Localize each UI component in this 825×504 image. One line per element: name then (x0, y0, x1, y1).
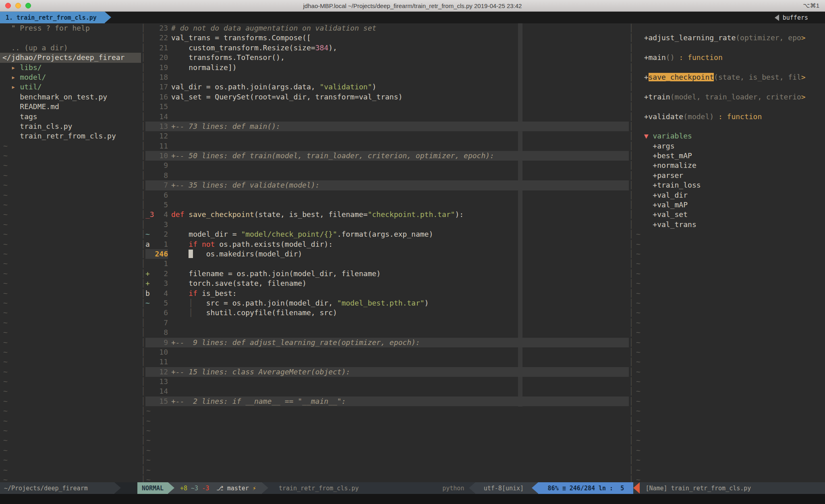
window-separator-glyph: │ (141, 112, 145, 122)
window-separator-glyph: │ (141, 249, 145, 259)
window-separator-glyph: │ (141, 43, 145, 53)
code-line[interactable]: 14 (145, 112, 629, 122)
window-separator-glyph: │ (141, 53, 145, 62)
statusline-gap (121, 482, 137, 494)
code-line[interactable]: 6 │ shutil.copyfile(filename, src) (145, 308, 629, 318)
empty-line-tilde: ~ (634, 416, 825, 426)
folded-line[interactable]: 13+-- 73 lines: def main(): (145, 122, 629, 131)
code-line[interactable]: 21 custom_transform.Resize(size=384), (145, 43, 629, 53)
window-separator-glyph: │ (629, 229, 634, 239)
tagbar-var-val-set[interactable]: +val_set (634, 210, 825, 219)
code-line[interactable]: +3 torch.save(state, filename) (145, 279, 629, 288)
code-line[interactable]: 15 (145, 102, 629, 112)
empty-line-tilde: ~ (634, 455, 825, 465)
window-separator-glyph: │ (141, 72, 145, 82)
window-separator-glyph: │ (629, 43, 634, 53)
code-line[interactable]: 16val_set = QuerySet(root=val_dir, trans… (145, 92, 629, 102)
tagbar-var-args[interactable]: +args (634, 141, 825, 151)
code-line[interactable]: 22val_trans = transforms.Compose([ (145, 33, 629, 43)
nerdtree-root[interactable]: </jdhao/Projects/deep_firear (0, 53, 141, 62)
window-separator-glyph: │ (629, 72, 634, 82)
code-line[interactable]: a1 if not os.path.exists(model_dir): (145, 240, 629, 249)
nerdtree-dir-libs[interactable]: ▸ libs/ (0, 63, 141, 72)
code-line[interactable]: 11 (145, 141, 629, 151)
tagbar-tag-train[interactable]: +train(model, train_loader, criterio> (634, 92, 825, 102)
code-line[interactable]: +2 filename = os.path.join(model_dir, fi… (145, 269, 629, 279)
window-separator-glyph: │ (629, 347, 634, 357)
code-line[interactable]: 7 (145, 318, 629, 328)
tagbar-var-val-map[interactable]: +val_mAP (634, 200, 825, 210)
tagbar-scope-variables[interactable]: ▼ variables (634, 131, 825, 141)
tagbar-tag-adjust-learning-rate[interactable]: +adjust_learning_rate(optimizer, epo> (634, 33, 825, 43)
window-separator-glyph: │ (141, 190, 145, 200)
empty-line-tilde: ~ (634, 406, 825, 416)
tagbar-tag-save-checkpoint[interactable]: +save_checkpoint(state, is_best, fil> (634, 72, 825, 82)
code-line[interactable]: 246 os.makedirs(model_dir) (145, 249, 629, 259)
empty-line-tilde: ~ (0, 475, 141, 482)
window-separator-glyph: │ (141, 318, 145, 328)
tagbar-var-val-dir[interactable]: +val_dir (634, 190, 825, 200)
code-line[interactable]: 17val_dir = os.path.join(args.data, "val… (145, 82, 629, 92)
empty-line-tilde: ~ (145, 406, 629, 416)
code-line[interactable]: 10 (145, 347, 629, 357)
nerdtree-file-train-retr[interactable]: train_retr_from_cls.py (0, 131, 141, 141)
folded-line[interactable]: 10+-- 50 lines: def train(model, train_l… (145, 151, 629, 161)
code-line[interactable]: 18 (145, 72, 629, 82)
close-button[interactable] (5, 3, 11, 8)
code-line[interactable]: 3 (145, 220, 629, 229)
menubar-shortcut: ⌥⌘1 (803, 2, 819, 9)
nerdtree-dir-model[interactable]: ▸ model/ (0, 72, 141, 82)
nerdtree-window: " Press ? for help .. (up a dir)</jdhao/… (0, 23, 141, 482)
code-line[interactable]: 11 (145, 357, 629, 367)
code-line[interactable]: 6 (145, 190, 629, 200)
window-separator-glyph: │ (141, 131, 145, 141)
code-line[interactable]: 14 (145, 386, 629, 396)
code-line[interactable]: ~2 model_dir = "model/check_point/{}".fo… (145, 229, 629, 239)
nerdtree-file-train-cls[interactable]: train_cls.py (0, 122, 141, 131)
code-line[interactable]: 9 (145, 161, 629, 170)
empty-line-tilde: ~ (0, 386, 141, 396)
nerdtree-dir-util[interactable]: ▸ util/ (0, 82, 141, 92)
code-line[interactable]: _34def save_checkpoint(state, is_best, f… (145, 210, 629, 219)
code-line[interactable]: 13 (145, 377, 629, 386)
folded-line[interactable]: 7+-- 35 lines: def validate(model): (145, 180, 629, 190)
window-separator-glyph: │ (629, 249, 634, 259)
code-line[interactable]: 8 (145, 328, 629, 337)
code-line[interactable]: 12 (145, 131, 629, 141)
position-segment: 86% ≡ 246/284 ln : 5 (538, 482, 633, 494)
empty-line-tilde: ~ (634, 279, 825, 288)
tagbar-var-normalize[interactable]: +normalize (634, 161, 825, 170)
minimize-button[interactable] (15, 3, 21, 8)
code-line[interactable]: 5 (145, 200, 629, 210)
code-line[interactable]: 23# do not do data augmentation on valid… (145, 23, 629, 33)
empty-line-tilde: ~ (145, 475, 629, 482)
powerline-separator (114, 482, 121, 494)
tagbar-tag-main[interactable]: +main() : function (634, 53, 825, 62)
code-line[interactable]: 1 (145, 259, 629, 269)
folded-line[interactable]: 15+-- 2 lines: if __name__ == "__main__"… (145, 397, 629, 406)
empty-line-tilde: ~ (0, 240, 141, 249)
code-line[interactable]: 20 transforms.ToTensor(), (145, 53, 629, 62)
empty-line-tilde: ~ (0, 426, 141, 436)
nerdtree-file-benchmark[interactable]: benchmark_on_test.py (0, 92, 141, 102)
code-line[interactable]: b4 if is_best: (145, 289, 629, 298)
empty-line-tilde: ~ (0, 161, 141, 170)
tagbar-var-train-loss[interactable]: +train_loss (634, 180, 825, 190)
tagbar-tag-validate[interactable]: +validate(model) : function (634, 112, 825, 122)
nerdtree-updir[interactable]: .. (up a dir) (0, 43, 141, 53)
code-line[interactable]: 19 normalize]) (145, 63, 629, 72)
code-line[interactable]: 8 (145, 171, 629, 180)
empty-line-tilde: ~ (634, 298, 825, 308)
folded-line[interactable]: 9+-- 9 lines: def adjust_learning_rate(o… (145, 338, 629, 347)
folded-line[interactable]: 12+-- 15 lines: class AverageMeter(objec… (145, 367, 629, 377)
nerdtree-file-readme[interactable]: README.md (0, 102, 141, 112)
tagbar-var-best-map[interactable]: +best_mAP (634, 151, 825, 161)
empty-line-tilde: ~ (0, 298, 141, 308)
tagbar-var-val-trans[interactable]: +val_trans (634, 220, 825, 229)
nerdtree-file-tags[interactable]: tags (0, 112, 141, 122)
code-line[interactable]: ~5 │ src = os.path.join(model_dir, "mode… (145, 298, 629, 308)
zoom-button[interactable] (25, 3, 31, 8)
tagbar-var-parser[interactable]: +parser (634, 171, 825, 180)
nerdtree-help-text: " Press ? for help (0, 23, 141, 33)
tab-active[interactable]: 1. train_retr_from_cls.py (0, 12, 105, 23)
